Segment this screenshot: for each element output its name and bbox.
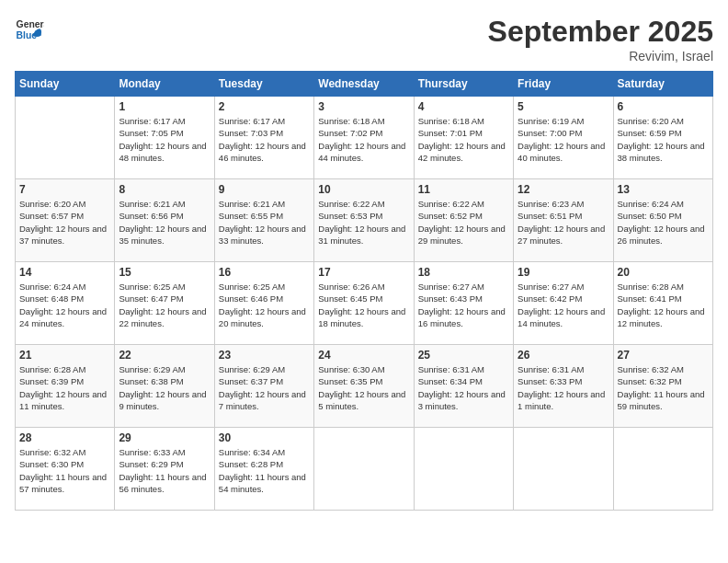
day-info: Sunrise: 6:31 AMSunset: 6:33 PMDaylight:…: [518, 363, 609, 412]
day-number: 2: [219, 100, 310, 113]
calendar-cell: 5Sunrise: 6:19 AMSunset: 7:00 PMDaylight…: [514, 97, 613, 179]
calendar-cell: 8Sunrise: 6:21 AMSunset: 6:56 PMDaylight…: [115, 179, 214, 262]
page-header: General Blue September 2025 Revivim, Isr…: [15, 15, 713, 63]
day-info: Sunrise: 6:22 AMSunset: 6:52 PMDaylight:…: [418, 198, 509, 247]
day-number: 23: [219, 349, 310, 362]
day-number: 29: [119, 431, 210, 444]
day-info: Sunrise: 6:25 AMSunset: 6:46 PMDaylight:…: [219, 281, 310, 329]
day-number: 20: [618, 266, 709, 279]
day-info: Sunrise: 6:17 AMSunset: 7:03 PMDaylight:…: [219, 115, 310, 164]
calendar-cell: 7Sunrise: 6:20 AMSunset: 6:57 PMDaylight…: [16, 179, 115, 262]
calendar-cell: 29Sunrise: 6:33 AMSunset: 6:29 PMDayligh…: [115, 428, 214, 511]
svg-text:General: General: [17, 19, 44, 29]
day-number: 10: [318, 183, 409, 196]
day-number: 7: [19, 183, 110, 196]
day-info: Sunrise: 6:32 AMSunset: 6:30 PMDaylight:…: [19, 446, 110, 495]
day-info: Sunrise: 6:20 AMSunset: 6:57 PMDaylight:…: [19, 198, 110, 247]
calendar-table: SundayMondayTuesdayWednesdayThursdayFrid…: [15, 71, 713, 511]
day-number: 30: [219, 431, 310, 444]
day-info: Sunrise: 6:33 AMSunset: 6:29 PMDaylight:…: [119, 446, 210, 495]
calendar-week-5: 28Sunrise: 6:32 AMSunset: 6:30 PMDayligh…: [16, 428, 713, 511]
calendar-cell: 18Sunrise: 6:27 AMSunset: 6:43 PMDayligh…: [414, 262, 513, 345]
calendar-cell: 27Sunrise: 6:32 AMSunset: 6:32 PMDayligh…: [613, 345, 712, 428]
day-number: 9: [219, 183, 310, 196]
day-number: 8: [119, 183, 210, 196]
calendar-cell: 26Sunrise: 6:31 AMSunset: 6:33 PMDayligh…: [514, 345, 613, 428]
day-number: 19: [518, 266, 609, 279]
calendar-cell: 4Sunrise: 6:18 AMSunset: 7:01 PMDaylight…: [414, 97, 513, 179]
calendar-cell: [414, 428, 513, 511]
day-info: Sunrise: 6:31 AMSunset: 6:34 PMDaylight:…: [418, 363, 509, 412]
calendar-cell: 6Sunrise: 6:20 AMSunset: 6:59 PMDaylight…: [613, 97, 712, 179]
day-number: 13: [618, 183, 709, 196]
calendar-cell: 16Sunrise: 6:25 AMSunset: 6:46 PMDayligh…: [214, 262, 313, 345]
day-number: 27: [618, 349, 709, 362]
month-title: September 2025: [488, 15, 713, 49]
day-header-monday: Monday: [115, 72, 214, 97]
calendar-cell: [314, 428, 414, 511]
day-info: Sunrise: 6:27 AMSunset: 6:43 PMDaylight:…: [418, 281, 509, 329]
day-info: Sunrise: 6:20 AMSunset: 6:59 PMDaylight:…: [618, 115, 709, 164]
day-info: Sunrise: 6:22 AMSunset: 6:53 PMDaylight:…: [318, 198, 409, 247]
calendar-cell: [16, 97, 115, 179]
day-info: Sunrise: 6:32 AMSunset: 6:32 PMDaylight:…: [618, 363, 709, 412]
calendar-week-2: 7Sunrise: 6:20 AMSunset: 6:57 PMDaylight…: [16, 179, 713, 262]
calendar-header-row: SundayMondayTuesdayWednesdayThursdayFrid…: [16, 72, 713, 97]
day-header-saturday: Saturday: [613, 72, 712, 97]
day-header-tuesday: Tuesday: [214, 72, 313, 97]
calendar-cell: 1Sunrise: 6:17 AMSunset: 7:05 PMDaylight…: [115, 97, 214, 179]
day-number: 17: [318, 266, 409, 279]
day-number: 6: [618, 100, 709, 113]
day-number: 25: [418, 349, 509, 362]
day-number: 24: [318, 349, 409, 362]
calendar-cell: 12Sunrise: 6:23 AMSunset: 6:51 PMDayligh…: [514, 179, 613, 262]
calendar-cell: [514, 428, 613, 511]
day-number: 15: [119, 266, 210, 279]
calendar-cell: 20Sunrise: 6:28 AMSunset: 6:41 PMDayligh…: [613, 262, 712, 345]
day-info: Sunrise: 6:25 AMSunset: 6:47 PMDaylight:…: [119, 281, 210, 329]
day-info: Sunrise: 6:34 AMSunset: 6:28 PMDaylight:…: [219, 446, 310, 495]
day-number: 11: [418, 183, 509, 196]
day-number: 16: [219, 266, 310, 279]
calendar-cell: [613, 428, 712, 511]
title-block: September 2025 Revivim, Israel: [488, 15, 713, 63]
day-number: 21: [19, 349, 110, 362]
day-info: Sunrise: 6:30 AMSunset: 6:35 PMDaylight:…: [318, 363, 409, 412]
day-number: 14: [19, 266, 110, 279]
day-info: Sunrise: 6:18 AMSunset: 7:02 PMDaylight:…: [318, 115, 409, 164]
calendar-week-4: 21Sunrise: 6:28 AMSunset: 6:39 PMDayligh…: [16, 345, 713, 428]
day-header-thursday: Thursday: [414, 72, 513, 97]
calendar-week-1: 1Sunrise: 6:17 AMSunset: 7:05 PMDaylight…: [16, 97, 713, 179]
logo-icon: General Blue: [15, 15, 44, 44]
calendar-cell: 22Sunrise: 6:29 AMSunset: 6:38 PMDayligh…: [115, 345, 214, 428]
day-info: Sunrise: 6:21 AMSunset: 6:55 PMDaylight:…: [219, 198, 310, 247]
day-info: Sunrise: 6:28 AMSunset: 6:41 PMDaylight:…: [618, 281, 709, 329]
day-header-friday: Friday: [514, 72, 613, 97]
location: Revivim, Israel: [488, 49, 713, 63]
calendar-cell: 10Sunrise: 6:22 AMSunset: 6:53 PMDayligh…: [314, 179, 414, 262]
day-info: Sunrise: 6:18 AMSunset: 7:01 PMDaylight:…: [418, 115, 509, 164]
calendar-cell: 19Sunrise: 6:27 AMSunset: 6:42 PMDayligh…: [514, 262, 613, 345]
calendar-cell: 21Sunrise: 6:28 AMSunset: 6:39 PMDayligh…: [16, 345, 115, 428]
day-info: Sunrise: 6:19 AMSunset: 7:00 PMDaylight:…: [518, 115, 609, 164]
day-number: 4: [418, 100, 509, 113]
calendar-week-3: 14Sunrise: 6:24 AMSunset: 6:48 PMDayligh…: [16, 262, 713, 345]
day-info: Sunrise: 6:27 AMSunset: 6:42 PMDaylight:…: [518, 281, 609, 329]
day-number: 12: [518, 183, 609, 196]
logo: General Blue: [15, 15, 48, 44]
calendar-cell: 24Sunrise: 6:30 AMSunset: 6:35 PMDayligh…: [314, 345, 414, 428]
day-number: 5: [518, 100, 609, 113]
calendar-cell: 9Sunrise: 6:21 AMSunset: 6:55 PMDaylight…: [214, 179, 313, 262]
day-info: Sunrise: 6:28 AMSunset: 6:39 PMDaylight:…: [19, 363, 110, 412]
calendar-cell: 23Sunrise: 6:29 AMSunset: 6:37 PMDayligh…: [214, 345, 313, 428]
day-info: Sunrise: 6:23 AMSunset: 6:51 PMDaylight:…: [518, 198, 609, 247]
day-number: 26: [518, 349, 609, 362]
day-number: 22: [119, 349, 210, 362]
day-number: 28: [19, 431, 110, 444]
day-info: Sunrise: 6:29 AMSunset: 6:37 PMDaylight:…: [219, 363, 310, 412]
day-info: Sunrise: 6:24 AMSunset: 6:50 PMDaylight:…: [618, 198, 709, 247]
day-number: 1: [119, 100, 210, 113]
day-number: 18: [418, 266, 509, 279]
calendar-cell: 28Sunrise: 6:32 AMSunset: 6:30 PMDayligh…: [16, 428, 115, 511]
day-info: Sunrise: 6:29 AMSunset: 6:38 PMDaylight:…: [119, 363, 210, 412]
